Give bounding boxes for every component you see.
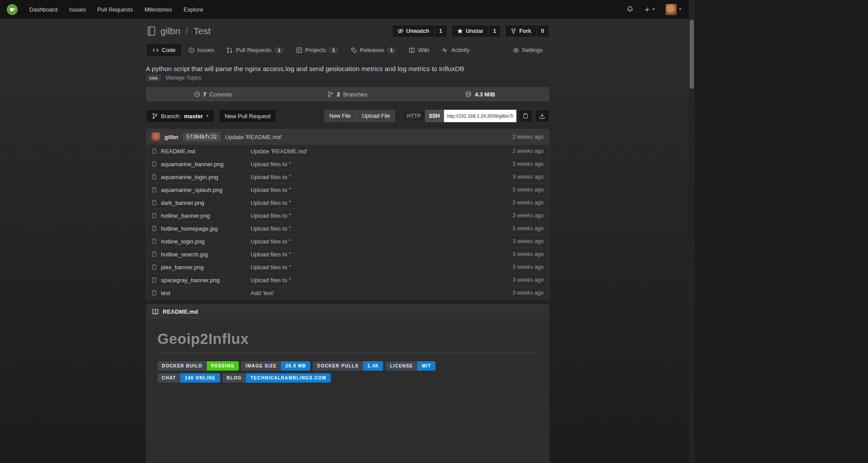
gitea-logo-icon[interactable] bbox=[6, 4, 18, 16]
tab-projects[interactable]: Projects 1 bbox=[290, 43, 345, 57]
forks-count[interactable]: 0 bbox=[537, 25, 549, 37]
nav-link[interactable]: Pull Requests bbox=[91, 0, 139, 19]
stat-size[interactable]: 4.3 MiB bbox=[415, 87, 549, 101]
stars-count[interactable]: 1 bbox=[489, 25, 501, 37]
branch-label: Branch: bbox=[161, 113, 181, 120]
manage-topics-link[interactable]: Manage Topics bbox=[166, 75, 202, 81]
create-new-dropdown[interactable] bbox=[642, 5, 658, 14]
commit-message[interactable]: Update 'README.md' bbox=[225, 134, 282, 140]
tab-pull-requests[interactable]: Pull Requests 1 bbox=[220, 43, 289, 57]
new-file-button[interactable]: New File bbox=[324, 110, 357, 122]
fork-button[interactable]: Fork bbox=[505, 25, 536, 37]
tab-count-badge: 1 bbox=[329, 47, 338, 53]
branch-selector-dropdown[interactable]: Branch: master bbox=[146, 109, 214, 123]
file-name-cell[interactable]: aquamarine_login.png bbox=[151, 174, 251, 180]
file-commit-message[interactable]: Upload files to '' bbox=[251, 238, 513, 245]
notifications-button[interactable] bbox=[624, 4, 636, 15]
unstar-button[interactable]: Unstar bbox=[452, 25, 489, 37]
shield-badge[interactable]: LICENSE MIT bbox=[385, 361, 436, 371]
file-name: hotline_homepage.jpg bbox=[161, 225, 218, 232]
file-commit-time: 3 weeks ago bbox=[512, 290, 543, 296]
topic-badge[interactable]: css bbox=[146, 74, 161, 81]
file-commit-message[interactable]: Add 'test' bbox=[251, 290, 513, 296]
user-menu-dropdown[interactable] bbox=[663, 2, 684, 17]
file-name-cell[interactable]: plex_banner.png bbox=[151, 264, 251, 271]
tab-code[interactable]: Code bbox=[146, 43, 182, 57]
nav-link[interactable]: Dashboard bbox=[24, 0, 63, 19]
file-row: hotline_search.jpg Upload files to '' 3 … bbox=[147, 247, 549, 260]
commit-author-avatar[interactable] bbox=[151, 132, 160, 141]
unwatch-button[interactable]: Unwatch bbox=[392, 25, 435, 37]
repo-icon bbox=[146, 26, 157, 36]
readme-filename: README.md bbox=[163, 308, 198, 315]
file-commit-message[interactable]: Upload files to '' bbox=[251, 251, 513, 258]
commit-author-name[interactable]: gilbn bbox=[165, 134, 178, 140]
file-icon bbox=[151, 187, 157, 193]
stat-branches[interactable]: 2 Branches bbox=[280, 87, 415, 101]
file-name-cell[interactable]: hotline_search.jpg bbox=[151, 251, 251, 258]
file-commit-message[interactable]: Upload files to '' bbox=[251, 174, 513, 180]
file-row: hotline_login.png Upload files to '' 3 w… bbox=[147, 235, 549, 247]
repo-owner-link[interactable]: gilbn bbox=[161, 26, 180, 36]
fork-button-group: Fork 0 bbox=[505, 25, 549, 37]
file-commit-message[interactable]: Upload files to '' bbox=[251, 225, 513, 232]
plus-icon bbox=[644, 7, 650, 12]
tab-label: Activity bbox=[451, 47, 469, 53]
shield-badge[interactable]: CHAT 146 ONLINE bbox=[158, 373, 220, 383]
repo-name-link[interactable]: Test bbox=[194, 26, 211, 36]
file-name: README.md bbox=[161, 148, 195, 155]
stat-commits[interactable]: 7 Commits bbox=[146, 87, 281, 101]
tab-activity[interactable]: Activity bbox=[435, 43, 476, 57]
new-pull-request-button[interactable]: New Pull Request bbox=[219, 109, 276, 123]
file-name-cell[interactable]: dark_banner.png bbox=[151, 200, 251, 206]
main-nav: DashboardIssuesPull RequestsMilestonesEx… bbox=[24, 0, 209, 19]
file-commit-message[interactable]: Upload files to '' bbox=[251, 187, 513, 193]
file-name-cell[interactable]: hotline_homepage.jpg bbox=[151, 225, 251, 232]
file-name-cell[interactable]: hotline_login.png bbox=[151, 238, 251, 245]
nav-link[interactable]: Explore bbox=[178, 0, 209, 19]
copy-url-button[interactable] bbox=[519, 110, 533, 122]
badge-label: CHAT bbox=[158, 373, 181, 383]
file-name: aquamarine_banner.png bbox=[161, 161, 224, 168]
file-commit-time: 3 weeks ago bbox=[512, 251, 543, 257]
tab-releases[interactable]: Releases 1 bbox=[345, 43, 402, 57]
tab-issues[interactable]: Issues bbox=[182, 43, 221, 57]
vertical-scrollbar[interactable] bbox=[689, 0, 695, 463]
file-commit-message[interactable]: Upload files to '' bbox=[251, 277, 513, 283]
shield-badge[interactable]: IMAGE SIZE 26.9 MB bbox=[241, 361, 310, 371]
clone-url-input[interactable] bbox=[444, 110, 516, 122]
tab-settings[interactable]: Settings bbox=[507, 43, 549, 57]
scrollbar-thumb[interactable] bbox=[690, 20, 694, 89]
file-name-cell[interactable]: hotline_banner.png bbox=[151, 212, 251, 219]
file-name-cell[interactable]: spacegray_banner.png bbox=[151, 277, 251, 283]
nav-link[interactable]: Issues bbox=[63, 0, 92, 19]
file-row: test Add 'test' 3 weeks ago bbox=[147, 286, 549, 299]
file-commit-message[interactable]: Upload files to '' bbox=[251, 161, 513, 168]
commit-sha-badge[interactable]: 57384bfc32 bbox=[183, 132, 221, 141]
nav-link[interactable]: Milestones bbox=[139, 0, 178, 19]
file-commit-message[interactable]: Upload files to '' bbox=[251, 212, 513, 219]
shield-badge[interactable]: BLOG TECHNICALRAMBLINGS.COM bbox=[222, 373, 331, 383]
file-name-cell[interactable]: test bbox=[151, 290, 251, 296]
file-name-cell[interactable]: README.md bbox=[151, 148, 251, 155]
clone-ssh-toggle[interactable]: SSH bbox=[425, 110, 444, 122]
file-name-cell[interactable]: aquamarine_splash.png bbox=[151, 187, 251, 193]
code-icon bbox=[152, 47, 159, 53]
watchers-count[interactable]: 1 bbox=[435, 25, 447, 37]
tab-wiki[interactable]: Wiki bbox=[402, 43, 436, 57]
file-commit-message[interactable]: Update 'README.md' bbox=[251, 148, 513, 155]
badge-label: DOCKER BUILD bbox=[158, 361, 207, 371]
badge-value: 146 ONLINE bbox=[180, 373, 220, 383]
file-commit-message[interactable]: Upload files to '' bbox=[251, 200, 513, 206]
file-name: aquamarine_login.png bbox=[161, 174, 218, 180]
file-name-cell[interactable]: aquamarine_banner.png bbox=[151, 161, 251, 168]
file-commit-time: 3 weeks ago bbox=[512, 187, 543, 193]
download-button[interactable] bbox=[535, 110, 549, 122]
shield-badge[interactable]: DOCKER PULLS 1.4K bbox=[313, 361, 383, 371]
shield-badge[interactable]: DOCKER BUILD PASSING bbox=[158, 361, 239, 371]
clone-http-toggle[interactable]: HTTP bbox=[402, 110, 424, 122]
file-commit-time: 3 weeks ago bbox=[512, 264, 543, 270]
upload-file-button[interactable]: Upload File bbox=[356, 110, 395, 122]
file-commit-message[interactable]: Upload files to '' bbox=[251, 264, 513, 271]
file-name: spacegray_banner.png bbox=[161, 277, 220, 283]
